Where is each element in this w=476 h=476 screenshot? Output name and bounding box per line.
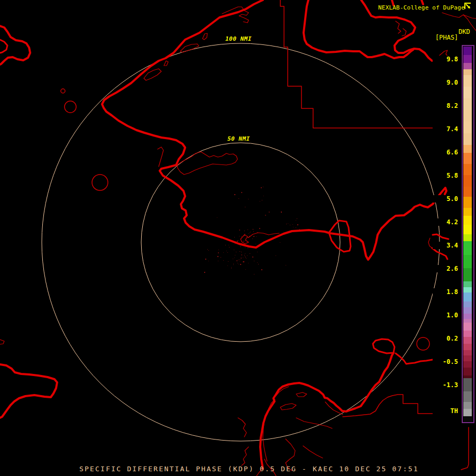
- colorbar-segment: [463, 69, 472, 75]
- colorbar-segment: [463, 361, 472, 368]
- colorbar-segment: [463, 75, 472, 87]
- colorbar-segment: [463, 355, 472, 361]
- colorbar-tick-label: 0.2: [433, 335, 458, 342]
- colorbar-segment: [463, 344, 472, 350]
- colorbar-segment: [463, 368, 472, 376]
- colorbar-segment: [463, 187, 472, 197]
- colorbar-tick-label: 5.0: [433, 195, 458, 203]
- colorbar-segment: [463, 323, 472, 331]
- colorbar-tick-label: 1.0: [433, 312, 458, 319]
- colorbar-segment: [463, 175, 472, 187]
- colorbar-segment: [463, 287, 472, 292]
- radar-map: [0, 0, 476, 476]
- colorbar-segment: [463, 409, 472, 416]
- colorbar-segment: [463, 110, 472, 122]
- product-caption: SPECIFIC DIFFERENTIAL PHASE (KDP) 0.5 DE…: [79, 465, 419, 473]
- colorbar-tick-label: 5.8: [433, 172, 458, 179]
- colorbar-tick-label: 4.2: [433, 218, 458, 226]
- colorbar-segment: [463, 241, 472, 255]
- colorbar-segment: [463, 307, 472, 314]
- colorbar-tick-label: 3.4: [433, 242, 458, 249]
- colorbar-segment: [463, 350, 472, 355]
- colorbar-segment: [463, 337, 472, 344]
- colorbar-tick-label: TH: [433, 407, 458, 415]
- colorbar-segment: [463, 122, 472, 133]
- colorbar-segment: [463, 153, 472, 164]
- colorbar-tick-label: 7.4: [433, 125, 458, 133]
- colorbar-tick-label: 2.6: [433, 265, 458, 272]
- product-unit-label: [PHAS]: [435, 34, 458, 41]
- range-label-50nmi: 50 NMI: [226, 135, 252, 142]
- colorbar-segment: [463, 331, 472, 337]
- colorbar-segment: [463, 87, 472, 98]
- colorbar-segment: [463, 133, 472, 145]
- colorbar-segment: [463, 391, 472, 402]
- precip-echoes: [204, 187, 300, 274]
- colorbar-tick-label: -1.3: [433, 381, 458, 389]
- colorbar-tick-label: 9.8: [433, 56, 458, 63]
- colorbar-segment: [463, 98, 472, 110]
- colorbar-segment: [463, 197, 472, 208]
- range-ring-50nmi: [141, 143, 340, 342]
- product-id-label: DKD: [459, 28, 470, 35]
- external-link-icon: [464, 2, 472, 12]
- colorbar-segment: [463, 301, 472, 307]
- colorbar-segments: [463, 47, 473, 422]
- colorbar-segment: [463, 268, 472, 281]
- colorbar-segment: [463, 164, 472, 175]
- colorbar: [462, 45, 474, 423]
- radar-viewport[interactable]: NEXLAB-College of DuPage DKD [PHAS] 100 …: [0, 0, 476, 476]
- colorbar-segment: [463, 47, 472, 55]
- colorbar-segment: [463, 55, 472, 63]
- colorbar-tick-label: 6.6: [433, 149, 458, 156]
- colorbar-segment: [463, 292, 472, 301]
- colorbar-segment: [463, 314, 472, 319]
- colorbar-tick-label: 1.8: [433, 288, 458, 296]
- colorbar-segment: [463, 255, 472, 268]
- county-boundaries: [280, 0, 469, 470]
- colorbar-segment: [463, 145, 472, 153]
- colorbar-tick-label: 9.0: [433, 79, 458, 86]
- colorbar-segment: [463, 281, 472, 287]
- colorbar-segment: [463, 416, 472, 422]
- colorbar-segment: [463, 234, 472, 241]
- range-label-100nmi: 100 NMI: [224, 35, 253, 42]
- colorbar-segment: [463, 63, 472, 69]
- colorbar-segment: [463, 378, 472, 391]
- coastlines: [0, 0, 448, 469]
- colorbar-segment: [463, 225, 472, 234]
- colorbar-tick-label: -0.5: [433, 358, 458, 365]
- colorbar-tick-label: 8.2: [433, 102, 458, 109]
- site-title: NEXLAB-College of DuPage: [378, 4, 465, 11]
- colorbar-segment: [463, 319, 472, 323]
- colorbar-segment: [463, 402, 472, 409]
- colorbar-segment: [463, 216, 472, 225]
- colorbar-segment: [463, 208, 472, 216]
